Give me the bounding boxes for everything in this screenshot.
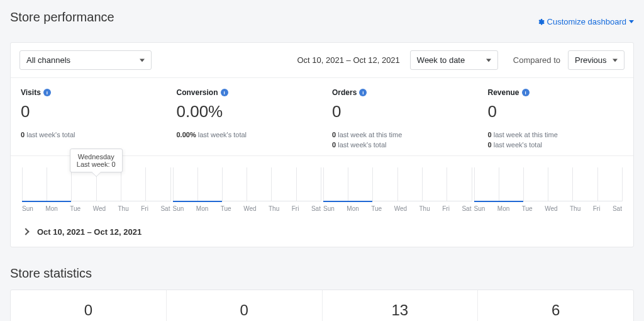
tick-label: Sat [311, 205, 321, 212]
range-footer-text: Oct 10, 2021 – Oct 12, 2021 [37, 227, 142, 237]
charts-row: WednesdayLast week: 0SunMonTueWedThuFriS… [11, 156, 633, 217]
customize-dashboard-label: Customize dashboard [547, 17, 626, 26]
chart-cell: WednesdayLast week: 0SunMonTueWedThuFriS… [21, 156, 172, 212]
tick-label: Fri [442, 205, 450, 212]
stat-cell[interactable]: 0 Orders [11, 290, 167, 321]
period-select-value: Week to date [417, 55, 465, 65]
tick-label: Sun [474, 205, 486, 212]
metric-compare-line: 0 last week at this time [488, 130, 624, 140]
info-icon[interactable]: i [43, 89, 51, 96]
chart-tooltip: WednesdayLast week: 0 [70, 149, 123, 172]
tick-label: Tue [522, 205, 533, 212]
chart-cell: SunMonTueWedThuFriSat [322, 156, 473, 212]
info-icon[interactable]: i [359, 89, 367, 96]
metric-cell: Revenue i 0 0 last week at this time0 la… [478, 78, 634, 155]
metric-cell: Orders i 0 0 last week at this time0 las… [322, 78, 478, 155]
stat-value: 13 [326, 301, 474, 319]
tick-label: Tue [221, 205, 231, 212]
metric-value: 0 [488, 102, 624, 121]
info-icon[interactable]: i [221, 89, 228, 96]
period-select[interactable]: Week to date [410, 50, 498, 70]
chart-cell: SunMonTueWedThuFriSat [172, 156, 323, 212]
tick-label: Sun [173, 205, 184, 212]
store-statistics-title: Store statistics [10, 266, 634, 281]
metrics-row: Visits i 0 0 last week's total Conversio… [11, 78, 633, 156]
stat-cell[interactable]: 13 Products [323, 290, 479, 321]
compared-select[interactable]: Previous [568, 50, 625, 70]
tick-label: Tue [371, 205, 382, 212]
metric-compare-line: 0 last week's total [488, 140, 624, 150]
metric-value: 0.00% [177, 102, 313, 121]
gear-icon [537, 18, 545, 26]
tick-label: Wed [394, 205, 407, 212]
compared-to-label: Compared to [513, 55, 560, 65]
tick-label: Sun [22, 205, 33, 212]
metric-label: Conversion [177, 88, 218, 97]
tick-label: Thu [570, 205, 580, 212]
metric-compare-line: 0 last week at this time [332, 130, 468, 140]
tick-label: Fri [593, 205, 601, 212]
metric-cell: Conversion i 0.00% 0.00% last week's tot… [167, 78, 323, 155]
tick-label: Wed [243, 205, 256, 212]
channels-select[interactable]: All channels [19, 50, 152, 70]
filters-row: All channels Oct 10, 2021 – Oct 12, 2021… [11, 43, 633, 78]
chevron-right-icon[interactable] [22, 228, 29, 235]
tick-label: Mon [45, 205, 57, 212]
tick-label: Thu [419, 205, 430, 212]
metric-cell: Visits i 0 0 last week's total [11, 78, 167, 155]
metric-value: 0 [21, 102, 157, 121]
metric-compare-line: 0 last week's total [21, 130, 157, 140]
tick-label: Fri [141, 205, 148, 212]
tick-label: Sun [323, 205, 335, 212]
tick-label: Mon [347, 205, 358, 212]
tick-label: Wed [93, 205, 106, 212]
tick-label: Sat [462, 205, 471, 212]
stat-cell[interactable]: 0 Customers [167, 290, 323, 321]
tick-label: Thu [269, 205, 279, 212]
statistics-panel: 0 Orders0 Customers13 Products6 Categori… [10, 290, 634, 321]
stat-cell[interactable]: 6 Categories [478, 290, 633, 321]
chevron-down-icon [629, 20, 634, 23]
statistics-row: 0 Orders0 Customers13 Products6 Categori… [11, 290, 633, 321]
stat-value: 6 [482, 301, 630, 319]
info-icon[interactable]: i [522, 89, 530, 96]
page-title: Store performance [10, 10, 114, 25]
metric-compare-line: 0 last week's total [332, 140, 468, 150]
metric-value: 0 [332, 102, 468, 121]
tick-label: Mon [497, 205, 509, 212]
metric-label: Visits [21, 88, 41, 97]
metric-compare-line: 0.00% last week's total [177, 130, 313, 140]
tick-label: Mon [196, 205, 208, 212]
tick-label: Wed [545, 205, 557, 212]
tick-label: Sat [160, 205, 170, 212]
channels-select-value: All channels [26, 55, 70, 65]
tick-label: Tue [70, 205, 80, 212]
performance-panel: All channels Oct 10, 2021 – Oct 12, 2021… [10, 42, 634, 247]
tick-label: Thu [118, 205, 129, 212]
stat-value: 0 [170, 301, 318, 319]
customize-dashboard-link[interactable]: Customize dashboard [537, 17, 634, 26]
compared-select-value: Previous [575, 55, 607, 65]
tick-label: Sat [613, 205, 622, 212]
metric-label: Revenue [488, 88, 519, 97]
stat-value: 0 [14, 301, 162, 319]
range-footer: Oct 10, 2021 – Oct 12, 2021 [11, 217, 633, 247]
tick-label: Fri [292, 205, 299, 212]
date-range-text: Oct 10, 2021 – Oct 12, 2021 [297, 55, 400, 65]
chart-cell: SunMonTueWedThuFriSat [473, 156, 624, 212]
metric-label: Orders [332, 88, 357, 97]
